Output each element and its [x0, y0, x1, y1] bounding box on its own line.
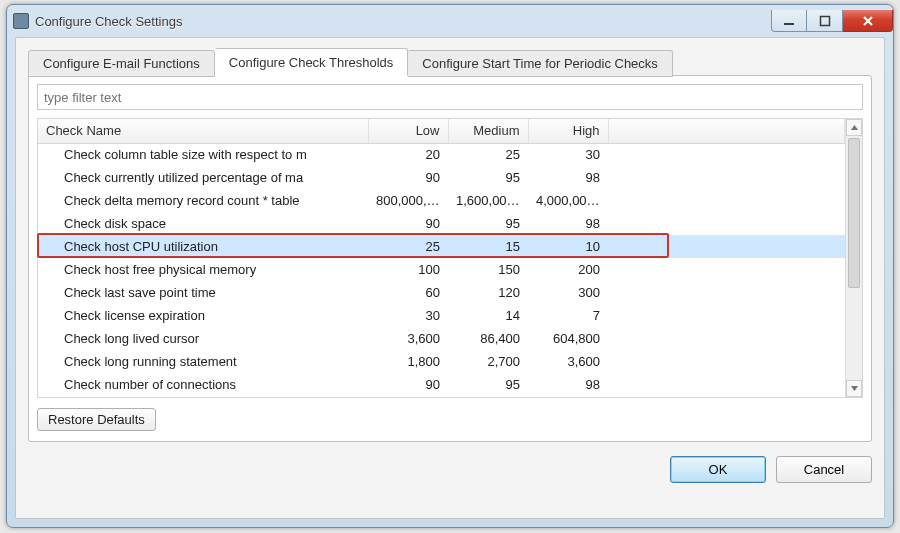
- cell-high[interactable]: 10: [528, 235, 608, 258]
- restore-defaults-button[interactable]: Restore Defaults: [37, 408, 156, 431]
- cell-spacer: [608, 189, 845, 212]
- cell-spacer: [608, 166, 845, 189]
- cell-medium[interactable]: 14: [448, 304, 528, 327]
- cell-low[interactable]: 25: [368, 235, 448, 258]
- scroll-up-button[interactable]: [846, 119, 862, 136]
- scroll-thumb[interactable]: [848, 138, 860, 288]
- cell-low[interactable]: 30: [368, 304, 448, 327]
- cell-spacer: [608, 143, 845, 166]
- cell-check-name[interactable]: Check license expiration: [38, 304, 368, 327]
- cell-medium[interactable]: 150: [448, 258, 528, 281]
- cell-high[interactable]: 604,800: [528, 327, 608, 350]
- cell-check-name[interactable]: Check host CPU utilization: [38, 235, 368, 258]
- tab-email-functions[interactable]: Configure E-mail Functions: [28, 50, 215, 77]
- cell-check-name[interactable]: Check last save point time: [38, 281, 368, 304]
- window-title: Configure Check Settings: [35, 14, 182, 29]
- cell-low[interactable]: 100: [368, 258, 448, 281]
- cell-low[interactable]: 20: [368, 143, 448, 166]
- scroll-track[interactable]: [846, 136, 862, 380]
- client-area: Configure E-mail Functions Configure Che…: [15, 37, 885, 519]
- titlebar[interactable]: Configure Check Settings: [7, 5, 893, 37]
- table-row[interactable]: Check number of connections909598: [38, 373, 845, 396]
- cancel-button[interactable]: Cancel: [776, 456, 872, 483]
- cell-low[interactable]: 800,000,0...: [368, 189, 448, 212]
- cell-check-name[interactable]: Check long lived cursor: [38, 327, 368, 350]
- col-header-name[interactable]: Check Name: [38, 119, 368, 143]
- thresholds-table[interactable]: Check Name Low Medium High Check column …: [38, 119, 845, 396]
- table-row[interactable]: Check host free physical memory100150200: [38, 258, 845, 281]
- col-header-high[interactable]: High: [528, 119, 608, 143]
- svg-marker-4: [851, 125, 858, 130]
- table-header-row: Check Name Low Medium High: [38, 119, 845, 143]
- chevron-up-icon: [850, 123, 859, 132]
- app-icon: [13, 13, 29, 29]
- tab-page-thresholds: Check Name Low Medium High Check column …: [28, 75, 872, 442]
- cell-low[interactable]: 60: [368, 281, 448, 304]
- cell-high[interactable]: 3,600: [528, 350, 608, 373]
- window-controls: [771, 10, 893, 32]
- chevron-down-icon: [850, 384, 859, 393]
- table-row[interactable]: Check currently utilized percentage of m…: [38, 166, 845, 189]
- vertical-scrollbar[interactable]: [845, 119, 862, 397]
- cell-high[interactable]: 300: [528, 281, 608, 304]
- scroll-down-button[interactable]: [846, 380, 862, 397]
- cell-low[interactable]: 3,600: [368, 327, 448, 350]
- table-row[interactable]: Check license expiration30147: [38, 304, 845, 327]
- cell-high[interactable]: 98: [528, 212, 608, 235]
- svg-rect-0: [784, 23, 794, 25]
- cell-low[interactable]: 90: [368, 212, 448, 235]
- close-button[interactable]: [843, 10, 893, 32]
- cell-check-name[interactable]: Check column table size with respect to …: [38, 143, 368, 166]
- cell-high[interactable]: 4,000,000...: [528, 189, 608, 212]
- cell-check-name[interactable]: Check long running statement: [38, 350, 368, 373]
- cell-check-name[interactable]: Check disk space: [38, 212, 368, 235]
- cell-medium[interactable]: 1,600,000...: [448, 189, 528, 212]
- table-row[interactable]: Check host CPU utilization251510: [38, 235, 845, 258]
- cell-medium[interactable]: 86,400: [448, 327, 528, 350]
- cell-high[interactable]: 200: [528, 258, 608, 281]
- cell-medium[interactable]: 2,700: [448, 350, 528, 373]
- dialog-button-bar: OK Cancel: [28, 456, 872, 483]
- cell-medium[interactable]: 25: [448, 143, 528, 166]
- filter-input[interactable]: [37, 84, 863, 110]
- cell-spacer: [608, 304, 845, 327]
- cell-medium[interactable]: 15: [448, 235, 528, 258]
- table-row[interactable]: Check column table size with respect to …: [38, 143, 845, 166]
- cell-check-name[interactable]: Check host free physical memory: [38, 258, 368, 281]
- col-header-spacer: [608, 119, 845, 143]
- maximize-button[interactable]: [807, 10, 843, 32]
- cell-medium[interactable]: 95: [448, 212, 528, 235]
- cell-high[interactable]: 98: [528, 373, 608, 396]
- minimize-icon: [783, 15, 795, 27]
- thresholds-table-container: Check Name Low Medium High Check column …: [37, 118, 863, 398]
- cell-check-name[interactable]: Check delta memory record count * table: [38, 189, 368, 212]
- window-frame: Configure Check Settings Configure E-mai…: [6, 4, 894, 528]
- cell-low[interactable]: 90: [368, 373, 448, 396]
- cell-low[interactable]: 1,800: [368, 350, 448, 373]
- cell-check-name[interactable]: Check number of connections: [38, 373, 368, 396]
- tab-start-time[interactable]: Configure Start Time for Periodic Checks: [408, 50, 673, 77]
- table-row[interactable]: Check long running statement1,8002,7003,…: [38, 350, 845, 373]
- cell-low[interactable]: 90: [368, 166, 448, 189]
- table-row[interactable]: Check last save point time60120300: [38, 281, 845, 304]
- ok-button[interactable]: OK: [670, 456, 766, 483]
- tab-check-thresholds[interactable]: Configure Check Thresholds: [215, 48, 409, 76]
- cell-spacer: [608, 212, 845, 235]
- cell-spacer: [608, 327, 845, 350]
- col-header-low[interactable]: Low: [368, 119, 448, 143]
- col-header-medium[interactable]: Medium: [448, 119, 528, 143]
- table-row[interactable]: Check long lived cursor3,60086,400604,80…: [38, 327, 845, 350]
- cell-medium[interactable]: 95: [448, 373, 528, 396]
- cell-high[interactable]: 30: [528, 143, 608, 166]
- svg-rect-1: [820, 16, 829, 25]
- svg-marker-5: [851, 386, 858, 391]
- cell-medium[interactable]: 95: [448, 166, 528, 189]
- minimize-button[interactable]: [771, 10, 807, 32]
- table-row[interactable]: Check delta memory record count * table8…: [38, 189, 845, 212]
- cell-high[interactable]: 98: [528, 166, 608, 189]
- cell-high[interactable]: 7: [528, 304, 608, 327]
- cell-check-name[interactable]: Check currently utilized percentage of m…: [38, 166, 368, 189]
- close-icon: [861, 14, 875, 28]
- cell-medium[interactable]: 120: [448, 281, 528, 304]
- table-row[interactable]: Check disk space909598: [38, 212, 845, 235]
